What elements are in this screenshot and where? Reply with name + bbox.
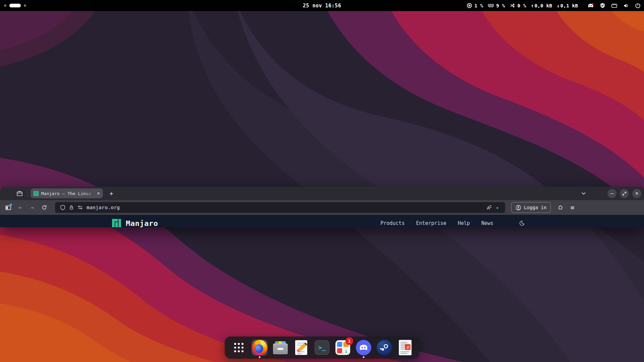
net-upload-indicator[interactable]: ↑ 0,0 kB xyxy=(531,3,552,8)
top-bar: 25 nov 16:56 1 % xyxy=(0,0,644,11)
maximize-button[interactable] xyxy=(620,189,629,198)
discord-tray-icon[interactable] xyxy=(587,3,594,8)
memory-value: 9 % xyxy=(496,3,505,8)
upload-arrow-icon: ↑ xyxy=(531,3,534,8)
terminal-icon: >_ xyxy=(315,340,329,355)
permissions-icon[interactable] xyxy=(76,203,85,212)
list-tabs-chevron-icon[interactable] xyxy=(579,188,589,198)
dock-item-software-center[interactable]: ↓ 1 xyxy=(335,340,351,356)
wallpaper xyxy=(0,0,644,362)
extensions-puzzle-icon[interactable] xyxy=(555,202,566,213)
site-logo-link[interactable]: Manjaro xyxy=(112,219,158,228)
discord-icon xyxy=(356,340,371,355)
nav-link-enterprise[interactable]: Enterprise xyxy=(416,220,446,226)
tab-close-icon[interactable]: × xyxy=(96,191,101,196)
download-value: 0,1 kB xyxy=(560,3,578,8)
window-controls: – × xyxy=(579,187,641,200)
dark-mode-moon-icon[interactable] xyxy=(520,220,526,227)
swap-arrows-icon xyxy=(510,3,516,8)
url-bar[interactable]: manjaro.org ★ xyxy=(55,202,505,213)
tracking-protection-shield-icon[interactable] xyxy=(58,203,67,212)
desktop: 25 nov 16:56 1 % xyxy=(0,0,644,362)
nav-link-help[interactable]: Help xyxy=(458,220,470,226)
login-label: Logga in xyxy=(524,205,546,210)
dock-item-firefox[interactable] xyxy=(252,340,268,356)
reload-button[interactable] xyxy=(39,202,50,213)
network-icon[interactable] xyxy=(611,3,618,8)
swap-value: 0 % xyxy=(518,3,526,8)
webpage-manjaro: Manjaro Products Enterprise Help News xyxy=(0,215,644,227)
firefox-icon xyxy=(252,340,267,355)
cpu-indicator[interactable]: 1 % xyxy=(467,3,483,8)
dock-item-terminal[interactable]: >_ xyxy=(314,340,330,356)
new-tab-button[interactable]: + xyxy=(106,188,116,198)
forward-button[interactable]: → xyxy=(27,202,38,213)
dock-item-steam[interactable] xyxy=(376,340,392,356)
download-arrow-icon: ↓ xyxy=(557,3,560,8)
tab-bar: Manjaro – The Linux × + – × xyxy=(0,187,644,200)
navigation-toolbar: ← → xyxy=(0,200,644,215)
lock-icon[interactable] xyxy=(67,203,76,212)
app-grid-icon xyxy=(233,342,245,354)
dock-item-document-reader[interactable]: e xyxy=(397,340,413,356)
dock-item-discord[interactable] xyxy=(356,340,372,356)
dock-item-app-grid[interactable] xyxy=(231,340,247,356)
text-editor-icon xyxy=(294,340,309,355)
cpu-value: 1 % xyxy=(474,3,483,8)
system-tray xyxy=(587,3,641,8)
shield-check-icon[interactable] xyxy=(600,3,605,8)
translate-icon[interactable] xyxy=(484,203,493,212)
sidebar-toggle-button[interactable] xyxy=(3,202,13,213)
tab-title: Manjaro – The Linux xyxy=(41,191,96,196)
dock-item-text-editor[interactable] xyxy=(293,340,309,356)
running-indicator-dot xyxy=(259,356,261,358)
upload-value: 0,0 kB xyxy=(534,3,552,8)
swap-indicator[interactable]: 0 % xyxy=(510,3,526,8)
close-window-button[interactable]: × xyxy=(632,189,641,198)
memory-indicator[interactable]: 9 % xyxy=(488,3,505,8)
document-reader-icon: e xyxy=(399,340,412,355)
back-button[interactable]: ← xyxy=(15,202,25,213)
site-header: Manjaro Products Enterprise Help News xyxy=(0,218,644,227)
file-manager-icon xyxy=(273,341,288,355)
browser-window: Manjaro – The Linux × + – × xyxy=(0,187,644,227)
steam-icon xyxy=(377,340,392,355)
power-icon[interactable] xyxy=(635,3,641,8)
bookmark-star-icon[interactable]: ★ xyxy=(493,203,502,212)
tab-separator xyxy=(28,190,28,197)
notification-badge: 1 xyxy=(345,337,353,345)
tab-favicon-manjaro xyxy=(34,191,39,196)
running-indicator-dot xyxy=(363,356,365,358)
url-text[interactable]: manjaro.org xyxy=(87,205,484,210)
site-nav: Products Enterprise Help News xyxy=(380,220,526,227)
cpu-icon xyxy=(467,3,472,8)
site-brand-name: Manjaro xyxy=(126,219,158,228)
dock-item-files[interactable] xyxy=(272,340,288,356)
hamburger-menu-icon[interactable]: ≡ xyxy=(567,202,578,213)
volume-icon[interactable] xyxy=(623,3,629,8)
browser-tab-manjaro[interactable]: Manjaro – The Linux × xyxy=(31,188,103,198)
memory-icon xyxy=(488,3,494,8)
firefox-view-button[interactable] xyxy=(14,188,25,198)
notification-dot xyxy=(10,203,12,206)
nav-link-products[interactable]: Products xyxy=(380,220,405,226)
system-indicators: 1 % 9 % xyxy=(467,0,641,11)
nav-link-news[interactable]: News xyxy=(481,220,493,226)
manjaro-logo-icon xyxy=(112,219,121,228)
login-button[interactable]: Logga in xyxy=(511,202,551,213)
minimize-button[interactable]: – xyxy=(607,189,616,198)
dock: >_ ↓ 1 xyxy=(225,337,419,359)
net-download-indicator[interactable]: ↓ 0,1 kB xyxy=(557,3,578,8)
